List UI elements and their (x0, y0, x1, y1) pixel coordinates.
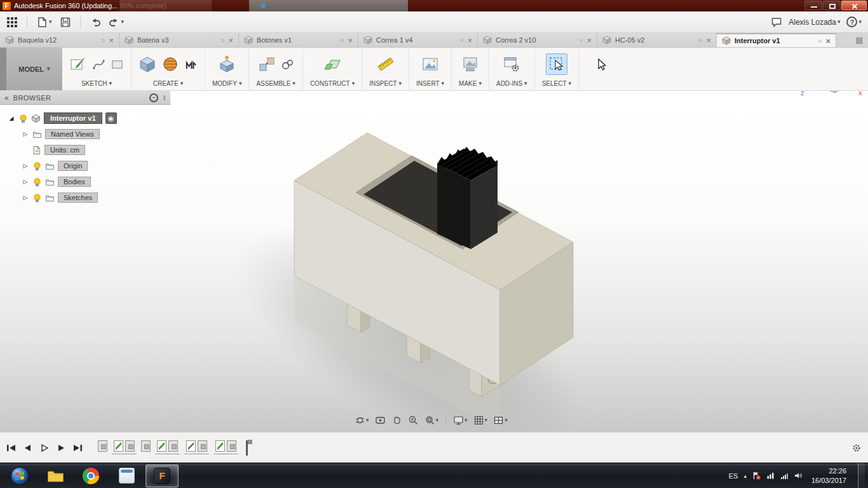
timeline-sketch-icon[interactable] (157, 440, 166, 452)
visibility-bulb-icon[interactable] (32, 161, 42, 171)
file-menu-button[interactable]: ▾ (36, 17, 52, 28)
help-menu-button[interactable]: ? ▾ (846, 17, 862, 27)
ribbon-group-menu[interactable]: CREATE▾ (153, 80, 183, 88)
tree-item-label[interactable]: Units: cm (44, 145, 85, 155)
fit-button[interactable]: ▾ (423, 414, 440, 427)
tree-row-sketches[interactable]: ▷ Sketches (0, 191, 170, 205)
show-desktop-button[interactable] (858, 463, 865, 488)
timeline-sketch-icon[interactable] (186, 440, 196, 452)
ribbon-group-menu[interactable]: CONSTRUCT▾ (310, 80, 355, 88)
sketch-spline-icon[interactable] (92, 58, 105, 71)
timeline-sketch-icon[interactable] (215, 440, 225, 452)
show-hidden-icons[interactable]: ▴ (743, 473, 747, 479)
visibility-bulb-icon[interactable] (18, 114, 28, 123)
ribbon-group-menu[interactable]: SKETCH▾ (81, 80, 112, 88)
sketch-rectangle-icon[interactable] (111, 58, 124, 71)
select-tool-highlight[interactable] (546, 53, 567, 75)
ribbon-group-menu[interactable]: ADD-INS▾ (496, 80, 527, 88)
attached-canvas-icon[interactable] (421, 55, 439, 73)
document-tab[interactable]: Botones v1 ○ × (239, 33, 358, 47)
close-tab-icon[interactable]: × (825, 36, 831, 46)
close-tab-icon[interactable]: × (467, 36, 472, 45)
press-pull-icon[interactable] (218, 55, 236, 73)
tree-item-label[interactable]: Sketches (58, 193, 98, 203)
document-tab[interactable]: Correa 2 v10 ○ × (478, 33, 597, 47)
panel-grip-icon[interactable]: ‖ (163, 94, 166, 102)
measure-icon[interactable] (377, 55, 395, 73)
visibility-bulb-icon[interactable] (32, 193, 42, 203)
create-form-icon[interactable] (161, 55, 179, 73)
taskbar-fusion360-active[interactable]: F (146, 464, 179, 487)
collapsed-arrow-icon[interactable]: ▷ (22, 194, 29, 201)
tree-item-label[interactable]: Bodies (58, 177, 91, 187)
close-button[interactable] (841, 1, 867, 10)
create-solid-icon[interactable] (139, 55, 156, 73)
close-tab-icon[interactable]: × (706, 36, 711, 45)
ribbon-group-menu[interactable]: INSERT▾ (416, 80, 444, 88)
start-button[interactable] (3, 464, 36, 487)
step-forward-button[interactable] (56, 444, 66, 452)
visibility-bulb-icon[interactable] (32, 177, 42, 187)
timeline-position-marker[interactable] (246, 440, 248, 456)
ribbon-group-menu[interactable]: MODIFY▾ (212, 80, 241, 88)
app-grid-icon[interactable] (6, 17, 18, 28)
comment-icon[interactable] (771, 17, 782, 28)
language-indicator[interactable]: ES (729, 472, 738, 480)
play-button[interactable] (39, 444, 50, 452)
document-tab-active[interactable]: Interruptor v1 ○ × (717, 33, 836, 47)
timeline-feature-icon[interactable] (125, 440, 135, 452)
tree-row-root[interactable]: ◢ Interruptor v1 ◉ (0, 111, 170, 125)
document-tab[interactable]: HC-05 v2 ○ × (597, 33, 717, 47)
collapsed-arrow-icon[interactable]: ▷ (22, 131, 29, 137)
ribbon-group-menu[interactable]: MAKE▾ (459, 80, 482, 88)
network-icon[interactable] (780, 471, 789, 480)
document-list-icon[interactable]: ▤ (851, 33, 868, 47)
collapsed-arrow-icon[interactable]: ▷ (22, 163, 29, 169)
motion-link-icon[interactable] (281, 58, 294, 71)
ribbon-group-menu[interactable]: ASSEMBLE▾ (256, 80, 295, 88)
tree-row-origin[interactable]: ▷ Origin (0, 159, 170, 173)
maximize-button[interactable] (823, 1, 841, 10)
collapsed-arrow-icon[interactable]: ▷ (22, 179, 29, 185)
go-to-end-button[interactable] (72, 444, 83, 452)
redo-button[interactable]: ▾ (109, 17, 125, 28)
action-center-flag-icon[interactable] (752, 471, 761, 480)
close-tab-icon[interactable]: × (109, 36, 114, 45)
timeline-feature-icon[interactable] (198, 440, 207, 452)
viewports-button[interactable]: ▾ (492, 414, 509, 427)
workspace-switcher-button[interactable]: MODEL ▾ (6, 48, 62, 90)
document-tab[interactable]: Bateria v3 ○ × (119, 33, 239, 47)
minimize-panel-icon[interactable]: − (149, 93, 158, 102)
timeline-sketch-icon[interactable] (114, 440, 123, 452)
timeline-feature-icon[interactable] (227, 440, 236, 452)
scripts-addins-icon[interactable] (503, 55, 520, 73)
taskbar-app[interactable] (110, 464, 143, 487)
taskbar-clock[interactable]: 22:26 16/03/2017 (811, 466, 846, 485)
tree-item-label[interactable]: Origin (58, 161, 88, 171)
timeline-feature-icon[interactable] (141, 440, 151, 452)
tree-row-units[interactable]: Units: cm (0, 143, 170, 157)
ribbon-group-menu[interactable]: INSPECT▾ (369, 80, 402, 88)
display-settings-button[interactable]: ▾ (452, 414, 469, 427)
expanded-arrow-icon[interactable]: ◢ (8, 115, 15, 121)
create-sketch-icon[interactable] (69, 55, 87, 73)
user-menu-button[interactable]: Alexis Lozada ▾ (789, 18, 840, 27)
save-button[interactable] (60, 17, 71, 28)
timeline-feature-icon[interactable] (98, 440, 107, 452)
minimize-button[interactable] (804, 1, 822, 10)
tree-item-label[interactable]: Named Views (45, 129, 100, 139)
root-component-label[interactable]: Interruptor v1 (44, 112, 102, 124)
browser-header[interactable]: « BROWSER − ‖ (0, 91, 170, 105)
document-tab[interactable]: Correa 1 v4 ○ × (358, 33, 478, 47)
activate-component-icon[interactable]: ◉ (105, 112, 117, 124)
volume-icon[interactable] (794, 471, 803, 480)
create-cam-icon[interactable] (184, 58, 198, 71)
look-at-button[interactable] (374, 414, 387, 427)
construction-plane-icon[interactable] (323, 55, 341, 73)
pan-button[interactable] (390, 414, 403, 427)
close-tab-icon[interactable]: × (348, 36, 353, 45)
3d-print-icon[interactable] (461, 55, 479, 73)
close-tab-icon[interactable]: × (587, 36, 592, 45)
tree-row-named-views[interactable]: ▷ Named Views (0, 127, 170, 141)
joint-icon[interactable] (258, 55, 276, 73)
